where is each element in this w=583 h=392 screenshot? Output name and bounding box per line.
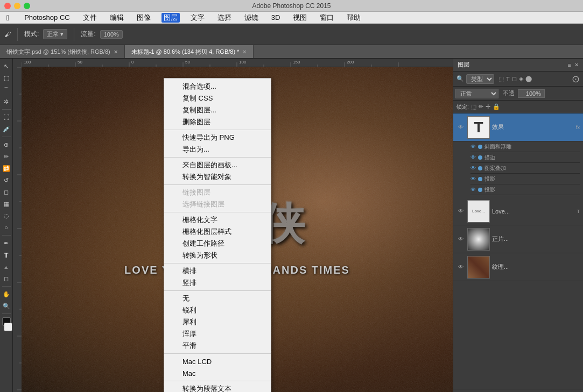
layer-type-filter[interactable]: 类型 (466, 74, 494, 84)
menu-filter[interactable]: 滤镜 (242, 13, 261, 23)
filter-shape-icon[interactable]: ◻ (512, 75, 517, 82)
move-tool[interactable]: ↖ (1, 61, 12, 72)
tab-untitled[interactable]: 未标题-1 @ 80.6% (134 拷贝 4, RGB/8) * ✕ (125, 45, 254, 58)
eraser-tool[interactable]: ◻ (1, 187, 12, 197)
effect-item-shadow2[interactable]: 👁 投影 (470, 184, 580, 195)
menu-image[interactable]: 图像 (135, 13, 153, 23)
eyedropper-tool[interactable]: 💉 (1, 124, 12, 134)
lasso-tool[interactable]: ⌒ (1, 84, 12, 95)
menu-view[interactable]: 视图 (291, 13, 309, 23)
menu-vertical[interactable]: 竖排 (164, 277, 271, 289)
heal-tool[interactable]: ⊕ (1, 139, 12, 150)
lock-transparent-icon[interactable]: ⬚ (471, 103, 476, 110)
effect-visibility-shadow2[interactable]: 👁 (470, 187, 476, 193)
hand-tool[interactable]: ✋ (1, 289, 12, 300)
effect-visibility-shadow1[interactable]: 👁 (470, 176, 476, 182)
menu-quick-export[interactable]: 快速导出为 PNG (164, 132, 271, 144)
layer-item-normal[interactable]: 👁 正片... (453, 225, 583, 253)
menu-edit[interactable]: 编辑 (108, 13, 126, 23)
gradient-tool[interactable]: ▦ (1, 198, 12, 209)
menu-mac[interactable]: Mac (164, 367, 271, 379)
panel-close-button[interactable]: ✕ (574, 62, 579, 68)
blend-mode-select[interactable]: 正常 (455, 89, 498, 98)
menu-blend-options[interactable]: 混合选项... (164, 81, 271, 92)
menu-aa-crisp[interactable]: 犀利 (164, 316, 271, 328)
menu-photoshop[interactable]: Photoshop CC (22, 13, 72, 22)
brush-tool[interactable]: ✏ (1, 151, 12, 162)
effect-visibility-bevel[interactable]: 👁 (470, 144, 476, 149)
menu-convert-smart-object[interactable]: 转换为智能对象 (164, 171, 271, 183)
menu-aa-none[interactable]: 无 (164, 293, 271, 304)
dodge-tool[interactable]: ○ (1, 222, 12, 233)
selection-tool[interactable]: ⬚ (1, 73, 12, 83)
effect-item-shadow1[interactable]: 👁 投影 (470, 174, 580, 184)
menu-convert-paragraph[interactable]: 转换为段落文本 (164, 383, 271, 392)
menu-rasterize-text[interactable]: 栅格化文字 (164, 214, 271, 226)
menu-duplicate-layer[interactable]: 复制图层... (164, 104, 271, 116)
layer-item-texture[interactable]: 👁 纹理... (453, 253, 583, 281)
menu-window[interactable]: 窗口 (318, 13, 336, 23)
filter-toggle[interactable]: ⊙ (572, 74, 580, 84)
layer-visibility-love[interactable]: 👁 (456, 207, 465, 216)
menu-file[interactable]: 文件 (81, 13, 99, 23)
menu-layer[interactable]: 图层 (161, 13, 180, 23)
layer-item-love[interactable]: 👁 Love... Love... T (453, 197, 583, 225)
menu-copy-css[interactable]: 复制 CSS (164, 92, 271, 104)
filter-text-icon[interactable]: T (506, 76, 510, 82)
type-tool[interactable]: T (1, 250, 12, 260)
history-tool[interactable]: ↺ (1, 175, 12, 186)
effect-item-bevel[interactable]: 👁 斜面和浮雕 (470, 141, 580, 152)
menu-create-work-path[interactable]: 创建工作路径 (164, 238, 271, 250)
crop-tool[interactable]: ⛶ (1, 112, 12, 123)
flow-input[interactable]: 100% (100, 30, 123, 39)
tool-brush[interactable]: 🖌 (4, 31, 11, 38)
menu-mac-lcd[interactable]: Mac LCD (164, 355, 271, 367)
canvas-area[interactable]: 钢铁侠 LOVE YOU TREE THOUSANDS TIMES 混合选项..… (22, 67, 453, 392)
layer-item-text[interactable]: 👁 T 效果 fx (453, 113, 583, 141)
menu-3d[interactable]: 3D (269, 13, 283, 22)
menu-rasterize-style[interactable]: 栅格化图层样式 (164, 226, 271, 238)
lock-move-icon[interactable]: ✛ (486, 103, 490, 110)
menu-aa-smooth[interactable]: 平滑 (164, 340, 271, 352)
blur-tool[interactable]: ◌ (1, 210, 12, 221)
tab-steel[interactable]: 钢铁文字.psd @ 151% (钢铁侠, RGB/8) ✕ (0, 45, 125, 58)
effect-item-pattern[interactable]: 👁 图案叠加 (470, 163, 580, 174)
filter-color-icon[interactable]: ⬤ (525, 75, 532, 82)
path-tool[interactable]: ⟁ (1, 261, 12, 272)
opacity-value[interactable]: 100% (518, 89, 545, 98)
layer-visibility-normal[interactable]: 👁 (456, 235, 465, 244)
layer-fx-icon[interactable]: fx (576, 125, 580, 130)
menu-help[interactable]: 帮助 (345, 13, 363, 23)
filter-smart-icon[interactable]: ◈ (519, 75, 523, 82)
menu-horizontal[interactable]: 横排 (164, 265, 271, 277)
menu-delete-layer[interactable]: 删除图层 (164, 116, 271, 128)
menu-select[interactable]: 选择 (215, 13, 234, 23)
menu-aa-strong[interactable]: 浑厚 (164, 328, 271, 340)
tab-steel-close[interactable]: ✕ (114, 49, 118, 55)
minimize-button[interactable] (14, 3, 20, 9)
panel-menu-icon[interactable]: ≡ (568, 62, 571, 68)
filter-pixel-icon[interactable]: ⬚ (498, 75, 504, 82)
effect-item-stroke[interactable]: 👁 描边 (470, 152, 580, 163)
menu-artboard-from-layer[interactable]: 来自图层的画板... (164, 159, 271, 171)
effect-visibility-pattern[interactable]: 👁 (470, 165, 476, 171)
background-color[interactable] (4, 323, 12, 331)
magic-wand-tool[interactable]: ✲ (1, 96, 12, 107)
close-button[interactable] (4, 3, 11, 9)
pen-tool[interactable]: ✒ (1, 238, 12, 248)
love-fx-icon[interactable]: T (577, 209, 580, 214)
menu-aa-sharp[interactable]: 锐利 (164, 304, 271, 316)
zoom-tool[interactable]: 🔍 (1, 301, 12, 311)
lock-brush-icon[interactable]: ✏ (479, 103, 483, 110)
shape-tool[interactable]: ◻ (1, 273, 12, 284)
clone-tool[interactable]: 🔂 (1, 163, 12, 174)
lock-all-icon[interactable]: 🔒 (493, 103, 500, 110)
layer-visibility-texture[interactable]: 👁 (456, 263, 465, 272)
tab-untitled-close[interactable]: ✕ (242, 49, 247, 55)
maximize-button[interactable] (24, 3, 30, 9)
menu-export-as[interactable]: 导出为... (164, 144, 271, 155)
menu-text[interactable]: 文字 (188, 13, 207, 23)
layer-visibility-text[interactable]: 👁 (456, 123, 465, 132)
effect-visibility-stroke[interactable]: 👁 (470, 154, 476, 160)
mode-select[interactable]: 正常 ▾ (43, 29, 67, 39)
